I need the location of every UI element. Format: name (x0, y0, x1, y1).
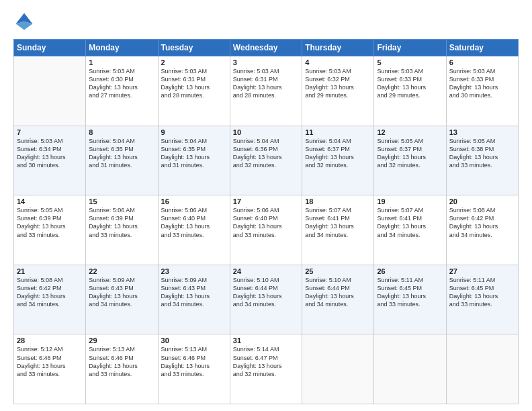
calendar-cell: 6Sunrise: 5:03 AMSunset: 6:33 PMDaylight… (446, 56, 518, 126)
day-number: 6 (449, 58, 515, 66)
calendar-cell: 11Sunrise: 5:04 AMSunset: 6:37 PMDayligh… (302, 126, 374, 195)
calendar-cell: 21Sunrise: 5:08 AMSunset: 6:42 PMDayligh… (14, 265, 86, 334)
weekday-header-tuesday: Tuesday (158, 40, 230, 56)
logo-icon (13, 11, 35, 32)
logo (13, 11, 39, 32)
cell-content: Sunrise: 5:07 AMSunset: 6:41 PMDaylight:… (305, 206, 371, 239)
calendar-cell (446, 334, 518, 404)
day-number: 26 (377, 267, 443, 275)
week-row-2: 7Sunrise: 5:03 AMSunset: 6:34 PMDaylight… (14, 126, 519, 195)
day-number: 17 (233, 197, 299, 205)
cell-content: Sunrise: 5:04 AMSunset: 6:37 PMDaylight:… (305, 137, 371, 170)
calendar-cell: 26Sunrise: 5:11 AMSunset: 6:45 PMDayligh… (374, 265, 446, 334)
day-number: 23 (161, 267, 227, 275)
calendar-cell: 18Sunrise: 5:07 AMSunset: 6:41 PMDayligh… (302, 195, 374, 265)
day-number: 3 (233, 58, 299, 66)
day-number: 4 (305, 58, 371, 66)
calendar-cell: 25Sunrise: 5:10 AMSunset: 6:44 PMDayligh… (302, 265, 374, 334)
cell-content: Sunrise: 5:06 AMSunset: 6:40 PMDaylight:… (161, 206, 227, 239)
page: SundayMondayTuesdayWednesdayThursdayFrid… (0, 0, 532, 411)
cell-content: Sunrise: 5:04 AMSunset: 6:35 PMDaylight:… (89, 137, 154, 170)
day-number: 21 (17, 267, 83, 275)
weekday-header-friday: Friday (374, 40, 446, 56)
day-number: 14 (17, 197, 83, 205)
calendar-cell: 16Sunrise: 5:06 AMSunset: 6:40 PMDayligh… (158, 195, 230, 265)
cell-content: Sunrise: 5:05 AMSunset: 6:38 PMDaylight:… (449, 137, 515, 170)
calendar-cell: 2Sunrise: 5:03 AMSunset: 6:31 PMDaylight… (158, 56, 230, 126)
day-number: 15 (89, 197, 154, 205)
weekday-header-saturday: Saturday (446, 40, 518, 56)
day-number: 12 (377, 128, 443, 136)
cell-content: Sunrise: 5:03 AMSunset: 6:30 PMDaylight:… (89, 67, 154, 100)
day-number: 31 (233, 336, 299, 345)
cell-content: Sunrise: 5:11 AMSunset: 6:45 PMDaylight:… (449, 276, 515, 309)
cell-content: Sunrise: 5:03 AMSunset: 6:33 PMDaylight:… (449, 67, 515, 100)
calendar-cell: 5Sunrise: 5:03 AMSunset: 6:33 PMDaylight… (374, 56, 446, 126)
day-number: 16 (161, 197, 227, 205)
day-number: 24 (233, 267, 299, 275)
day-number: 8 (89, 128, 154, 136)
calendar-cell: 12Sunrise: 5:05 AMSunset: 6:37 PMDayligh… (374, 126, 446, 195)
cell-content: Sunrise: 5:09 AMSunset: 6:43 PMDaylight:… (89, 276, 154, 309)
cell-content: Sunrise: 5:10 AMSunset: 6:44 PMDaylight:… (233, 276, 299, 309)
day-number: 13 (449, 128, 515, 136)
cell-content: Sunrise: 5:09 AMSunset: 6:43 PMDaylight:… (161, 276, 227, 309)
day-number: 9 (161, 128, 227, 136)
day-number: 10 (233, 128, 299, 136)
calendar-cell: 1Sunrise: 5:03 AMSunset: 6:30 PMDaylight… (86, 56, 158, 126)
calendar-cell: 13Sunrise: 5:05 AMSunset: 6:38 PMDayligh… (446, 126, 518, 195)
calendar-cell: 29Sunrise: 5:13 AMSunset: 6:46 PMDayligh… (86, 334, 158, 404)
calendar-cell: 14Sunrise: 5:05 AMSunset: 6:39 PMDayligh… (14, 195, 86, 265)
calendar-cell: 19Sunrise: 5:07 AMSunset: 6:41 PMDayligh… (374, 195, 446, 265)
cell-content: Sunrise: 5:08 AMSunset: 6:42 PMDaylight:… (17, 276, 83, 309)
day-number: 25 (305, 267, 371, 275)
calendar-cell: 15Sunrise: 5:06 AMSunset: 6:39 PMDayligh… (86, 195, 158, 265)
calendar-cell: 3Sunrise: 5:03 AMSunset: 6:31 PMDaylight… (230, 56, 302, 126)
day-number: 27 (449, 267, 515, 275)
day-number: 30 (161, 336, 227, 345)
calendar-cell: 22Sunrise: 5:09 AMSunset: 6:43 PMDayligh… (86, 265, 158, 334)
calendar-cell: 27Sunrise: 5:11 AMSunset: 6:45 PMDayligh… (446, 265, 518, 334)
cell-content: Sunrise: 5:03 AMSunset: 6:31 PMDaylight:… (233, 67, 299, 100)
calendar-cell: 28Sunrise: 5:12 AMSunset: 6:46 PMDayligh… (14, 334, 86, 404)
header (13, 11, 519, 32)
cell-content: Sunrise: 5:13 AMSunset: 6:46 PMDaylight:… (161, 345, 227, 378)
cell-content: Sunrise: 5:04 AMSunset: 6:36 PMDaylight:… (233, 137, 299, 170)
week-row-5: 28Sunrise: 5:12 AMSunset: 6:46 PMDayligh… (14, 334, 519, 404)
day-number: 1 (89, 58, 154, 66)
calendar-cell: 31Sunrise: 5:14 AMSunset: 6:47 PMDayligh… (230, 334, 302, 404)
cell-content: Sunrise: 5:14 AMSunset: 6:47 PMDaylight:… (233, 345, 299, 378)
calendar-cell: 30Sunrise: 5:13 AMSunset: 6:46 PMDayligh… (158, 334, 230, 404)
calendar-cell: 24Sunrise: 5:10 AMSunset: 6:44 PMDayligh… (230, 265, 302, 334)
calendar-cell: 8Sunrise: 5:04 AMSunset: 6:35 PMDaylight… (86, 126, 158, 195)
weekday-header-monday: Monday (86, 40, 158, 56)
cell-content: Sunrise: 5:07 AMSunset: 6:41 PMDaylight:… (377, 206, 443, 239)
week-row-4: 21Sunrise: 5:08 AMSunset: 6:42 PMDayligh… (14, 265, 519, 334)
calendar-cell (374, 334, 446, 404)
day-number: 7 (17, 128, 83, 136)
week-row-3: 14Sunrise: 5:05 AMSunset: 6:39 PMDayligh… (14, 195, 519, 265)
cell-content: Sunrise: 5:05 AMSunset: 6:39 PMDaylight:… (17, 206, 83, 239)
cell-content: Sunrise: 5:03 AMSunset: 6:32 PMDaylight:… (305, 67, 371, 100)
calendar-cell: 9Sunrise: 5:04 AMSunset: 6:35 PMDaylight… (158, 126, 230, 195)
calendar-table: SundayMondayTuesdayWednesdayThursdayFrid… (13, 39, 519, 404)
calendar-cell: 20Sunrise: 5:08 AMSunset: 6:42 PMDayligh… (446, 195, 518, 265)
day-number: 5 (377, 58, 443, 66)
calendar-cell: 4Sunrise: 5:03 AMSunset: 6:32 PMDaylight… (302, 56, 374, 126)
calendar-cell: 7Sunrise: 5:03 AMSunset: 6:34 PMDaylight… (14, 126, 86, 195)
day-number: 11 (305, 128, 371, 136)
calendar-cell: 10Sunrise: 5:04 AMSunset: 6:36 PMDayligh… (230, 126, 302, 195)
day-number: 28 (17, 336, 83, 345)
cell-content: Sunrise: 5:11 AMSunset: 6:45 PMDaylight:… (377, 276, 443, 309)
cell-content: Sunrise: 5:12 AMSunset: 6:46 PMDaylight:… (17, 345, 83, 378)
calendar-cell (302, 334, 374, 404)
cell-content: Sunrise: 5:05 AMSunset: 6:37 PMDaylight:… (377, 137, 443, 170)
day-number: 29 (89, 336, 154, 345)
weekday-header-row: SundayMondayTuesdayWednesdayThursdayFrid… (14, 40, 519, 56)
day-number: 18 (305, 197, 371, 205)
calendar-cell (14, 56, 86, 126)
calendar-cell: 23Sunrise: 5:09 AMSunset: 6:43 PMDayligh… (158, 265, 230, 334)
cell-content: Sunrise: 5:08 AMSunset: 6:42 PMDaylight:… (449, 206, 515, 239)
calendar-cell: 17Sunrise: 5:06 AMSunset: 6:40 PMDayligh… (230, 195, 302, 265)
weekday-header-sunday: Sunday (14, 40, 86, 56)
